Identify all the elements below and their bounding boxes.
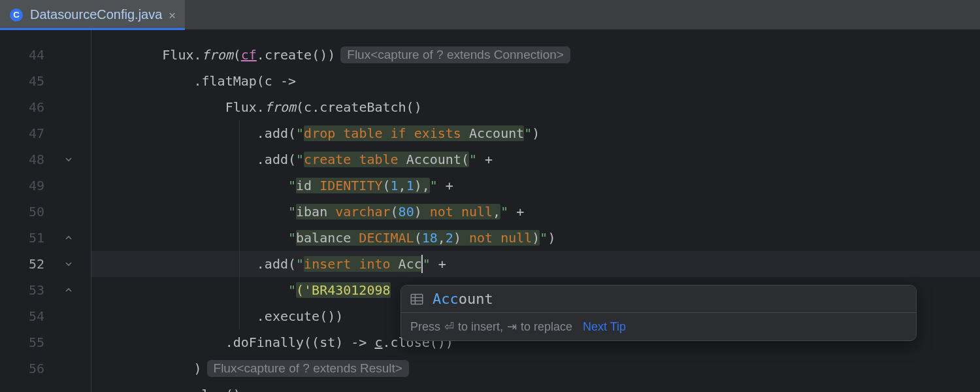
code-line[interactable]: "iban varchar(80) not null," +: [91, 199, 980, 225]
line-number[interactable]: 52: [0, 251, 77, 277]
code-line[interactable]: .add("insert into Acc" +: [91, 251, 980, 277]
fold-marker-icon[interactable]: [63, 154, 74, 165]
code-line[interactable]: ) Flux<capture of ? extends Result>: [91, 355, 980, 382]
completion-item[interactable]: Account: [401, 286, 916, 312]
code-line[interactable]: Flux.from(cf.create()) Flux<capture of ?…: [91, 42, 980, 68]
line-number[interactable]: 49: [0, 172, 77, 199]
gutter-margin: [77, 30, 91, 392]
tab-bar: C DatasourceConfig.java ✕: [0, 0, 980, 30]
code-line[interactable]: Flux.from(c.createBatch(): [91, 94, 980, 120]
line-number[interactable]: 50: [0, 199, 77, 225]
completion-item-label: Account: [433, 291, 493, 307]
svg-rect-2: [411, 294, 423, 304]
fold-marker-icon[interactable]: [63, 258, 74, 270]
line-number[interactable]: 44: [0, 42, 77, 68]
line-number[interactable]: 45: [0, 68, 77, 94]
type-hint-inlay: Flux<capture of ? extends Connection>: [340, 46, 570, 63]
code-line[interactable]: "balance DECIMAL(18,2) not null)"): [91, 225, 980, 251]
table-icon: [410, 293, 425, 306]
completion-hint: Press ⏎ to insert, ⇥ to replace Next Tip: [401, 312, 916, 340]
type-hint-inlay: Flux<capture of ? extends Result>: [207, 360, 409, 377]
code-line[interactable]: .add("drop table if exists Account"): [91, 120, 980, 146]
close-icon[interactable]: ✕: [169, 8, 176, 22]
line-number[interactable]: 46: [0, 94, 77, 120]
completion-popup: Account Press ⏎ to insert, ⇥ to replace …: [400, 285, 917, 341]
code-line[interactable]: .log(): [91, 382, 980, 392]
line-number[interactable]: 56: [0, 355, 77, 382]
fold-end-marker-icon[interactable]: [63, 284, 74, 296]
code-line[interactable]: .flatMap(c ->: [91, 68, 980, 94]
line-number[interactable]: 55: [0, 329, 77, 355]
fold-end-marker-icon[interactable]: [63, 232, 74, 244]
enter-key-icon: ⏎: [444, 319, 454, 334]
code-line[interactable]: .add("create table Account(" +: [91, 146, 980, 172]
tab-key-icon: ⇥: [507, 319, 517, 334]
svg-text:C: C: [13, 10, 20, 20]
line-number[interactable]: 48: [0, 146, 77, 172]
next-tip-link[interactable]: Next Tip: [583, 320, 626, 334]
line-number[interactable]: 51: [0, 225, 77, 251]
line-number[interactable]: 47: [0, 120, 77, 146]
editor: 44 45 46 47 48 49 50 51 52 53 54 55 56 F…: [0, 30, 980, 392]
code-line[interactable]: "id IDENTITY(1,1)," +: [91, 172, 980, 199]
line-number[interactable]: 54: [0, 303, 77, 329]
line-number[interactable]: 53: [0, 277, 77, 303]
editor-tab-label: DatasourceConfig.java: [30, 7, 162, 22]
editor-tab[interactable]: C DatasourceConfig.java ✕: [0, 0, 185, 29]
java-class-icon: C: [9, 8, 24, 22]
gutter: 44 45 46 47 48 49 50 51 52 53 54 55 56: [0, 30, 77, 392]
